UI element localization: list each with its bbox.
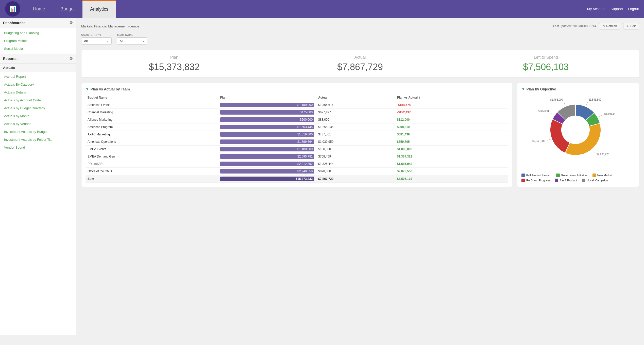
cell-actual: $88,000 <box>316 116 395 123</box>
page-title: Marketo Financial Management (demo) <box>81 24 139 28</box>
cell-name: APAC Marketing <box>86 131 218 138</box>
sidebar: Dashboards: ⚙ Budgeting and Planning Pro… <box>0 18 76 335</box>
refresh-icon: ↻ <box>602 24 605 28</box>
cell-name: Office of the CMO <box>86 168 218 175</box>
cell-plan: $2,912,392 <box>218 160 316 168</box>
nav-analytics[interactable]: Analytics <box>82 0 116 18</box>
reports-label: Reports: <box>3 57 18 61</box>
reports-items-list: Accrual Report Actuals By Category Actua… <box>0 72 76 152</box>
cell-actual: $870,000 <box>316 168 395 175</box>
donut-label-line-3 <box>548 139 551 140</box>
legend-label-0: Fall Product Launch <box>526 174 551 177</box>
legend-color-5 <box>582 179 585 182</box>
chart-legend: Fall Product LaunchGovernment Initiative… <box>521 174 635 182</box>
sidebar-item-investment-folder[interactable]: Investment Actuals by Folder Ti... <box>0 136 76 144</box>
actual-value: $7,867,729 <box>275 62 445 72</box>
reports-gear-icon[interactable]: ⚙ <box>69 56 73 61</box>
donut-label-line-5 <box>564 102 565 105</box>
support-link[interactable]: Support <box>611 7 623 11</box>
plan-card: Plan $15,373,832 <box>81 50 267 77</box>
quarter-select[interactable]: All <box>81 37 112 45</box>
donut-label-5: $1,483,000 <box>550 98 563 101</box>
header-right-links: My Account Support Logout <box>587 7 639 11</box>
legend-label-2: New Market <box>597 174 612 177</box>
nav-budget[interactable]: Budget <box>53 0 82 18</box>
cell-plan: $1,180,000 <box>218 101 316 109</box>
logo-icon: 📊 <box>9 6 16 12</box>
sidebar-item-investment-budget[interactable]: Investment Actuals by Budget <box>0 128 76 136</box>
quarter-filter-group: QUARTER (FY) All <box>81 34 112 45</box>
legend-item-0: Fall Product Launch <box>521 174 551 177</box>
legend-color-4 <box>555 179 558 182</box>
legend-color-1 <box>556 174 560 177</box>
col-actual: Actual <box>316 94 395 101</box>
sidebar-item-actuals-month[interactable]: Actuals by Month <box>0 112 76 120</box>
donut-label-0: $1,543,500 <box>588 98 601 101</box>
left-to-spend-card: Left to Spend $7,506,103 <box>453 50 639 77</box>
legend-item-5: Upsell Campaign <box>582 179 608 182</box>
donut-segment-2 <box>565 123 601 155</box>
col-plan: Plan <box>218 94 316 101</box>
col-plan-vs-actual[interactable]: Plan vs Actual ⬍ <box>395 94 508 101</box>
sidebar-item-budgeting[interactable]: Budgeting and Planning <box>0 29 76 37</box>
table-row: APAC Marketing $1,019,000 $437,561 $581,… <box>86 131 508 138</box>
filter-icon-right: ▼ <box>521 87 525 91</box>
cell-name: Americas Program <box>86 123 218 131</box>
cell-pvsa: $1,337,322 <box>395 153 508 160</box>
nav-home[interactable]: Home <box>25 0 53 18</box>
cell-name: EMEA Events <box>86 146 218 153</box>
sidebar-item-social-media[interactable]: Social Media <box>0 45 76 53</box>
cell-plan: $2,948,550 <box>218 168 316 175</box>
cell-actual: $627,497 <box>316 109 395 116</box>
refresh-button[interactable]: ↻ Refresh <box>599 23 620 29</box>
sidebar-item-program-metrics[interactable]: Program Metrics <box>0 37 76 45</box>
edit-icon: ✏ <box>626 24 629 28</box>
cell-plan: $1,799,664 <box>218 138 316 146</box>
quarter-select-wrapper: All <box>81 37 112 45</box>
plan-vs-actual-table: Budget Name Plan Actual Plan vs Actual ⬍… <box>86 94 508 183</box>
dashboards-section-header: Dashboards: ⚙ <box>0 18 76 28</box>
sidebar-item-actuals-quarterly[interactable]: Actuals by Budget Quarterly <box>0 104 76 112</box>
sidebar-item-actuals-account[interactable]: Actuals by Account Code <box>0 96 76 104</box>
legend-label-1: Government Initiative <box>561 174 587 177</box>
table-row: Channel Marketing $475,000 $627,497 -$15… <box>86 109 508 116</box>
left-value: $7,506,103 <box>461 62 631 72</box>
team-filter-group: TEAM NAME All <box>117 34 147 45</box>
table-row: Americas Program $1,563,445 $1,255,135 $… <box>86 123 508 131</box>
sidebar-item-actuals-details[interactable]: Actuals Details <box>0 88 76 96</box>
donut-label-line-4 <box>551 113 554 115</box>
dashboards-gear-icon[interactable]: ⚙ <box>69 20 73 25</box>
plan-by-objective-panel: ▼ Plan by Objective $1,543,500$899,000$4… <box>517 83 639 187</box>
col-budget-name: Budget Name <box>86 94 218 101</box>
sidebar-item-vendor-spend[interactable]: Vendor Spend <box>0 144 76 151</box>
table-sum-row: Sum $15,373,832 $7,867,729 $7,506,103 <box>86 175 508 183</box>
cell-pvsa: $112,000 <box>395 116 508 123</box>
cell-plan: $1,180,000 <box>218 146 316 153</box>
cell-name: Channel Marketing <box>86 109 218 116</box>
charts-row: ▼ Plan vs Actual by Team Budget Name Pla… <box>81 83 639 187</box>
cell-pvsa: $1,585,948 <box>395 160 508 168</box>
cell-actual: $100,000 <box>316 146 395 153</box>
last-updated-text: Last updated: 2013/04/08 21:14 <box>553 24 596 28</box>
sidebar-item-actuals-vendor[interactable]: Actuals by Vendor <box>0 120 76 128</box>
actuals-group-label: Actuals <box>0 64 76 72</box>
main-content: Marketo Financial Management (demo) Last… <box>76 18 644 335</box>
table-row: Office of the CMO $2,948,550 $870,000 $2… <box>86 168 508 175</box>
cell-actual: $1,255,135 <box>316 123 395 131</box>
plan-value: $15,373,832 <box>89 62 259 72</box>
donut-chart-container: $1,543,500$899,000$4,205,276$2,945,000$6… <box>521 94 635 170</box>
team-filter-label: TEAM NAME <box>117 34 147 36</box>
table-row: PR and AR $2,912,392 $1,326,444 $1,585,9… <box>86 160 508 168</box>
sidebar-item-accrual[interactable]: Accrual Report <box>0 73 76 81</box>
cell-actual: $758,459 <box>316 153 395 160</box>
my-account-link[interactable]: My Account <box>587 7 605 11</box>
sum-actual: $7,867,729 <box>316 175 395 183</box>
cell-name: PR and AR <box>86 160 218 168</box>
edit-button[interactable]: ✏ Edit <box>623 23 639 29</box>
sidebar-item-actuals-category[interactable]: Actuals By Category <box>0 81 76 88</box>
logout-link[interactable]: Logout <box>628 7 639 11</box>
donut-segment-3 <box>550 119 570 153</box>
legend-color-3 <box>521 179 525 182</box>
team-select[interactable]: All <box>117 37 147 45</box>
cell-plan: $200,000 <box>218 116 316 123</box>
